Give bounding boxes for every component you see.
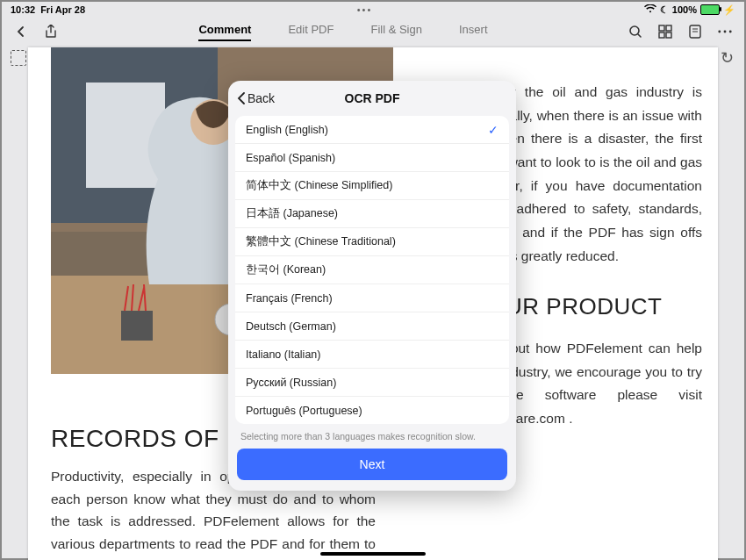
language-label: Español (Spanish): [246, 152, 335, 164]
language-option[interactable]: Deutsch (German): [235, 312, 509, 340]
search-icon[interactable]: [628, 25, 642, 39]
language-label: English (English): [246, 124, 328, 136]
ocr-pdf-sheet: Back OCR PDF English (English)✓Español (…: [228, 81, 516, 491]
status-date: Fri Apr 28: [40, 4, 85, 15]
tab-insert[interactable]: Insert: [459, 23, 488, 41]
language-option[interactable]: Español (Spanish): [235, 143, 509, 171]
language-label: Русский (Russian): [246, 377, 336, 389]
sheet-title: OCR PDF: [345, 91, 400, 105]
svg-rect-2: [666, 25, 671, 31]
language-label: 简体中文 (Chinese Simplified): [246, 178, 392, 193]
language-option[interactable]: 한국어 (Korean): [235, 255, 509, 284]
language-label: Deutsch (German): [246, 320, 336, 333]
sheet-hint: Selecting more than 3 languages makes re…: [228, 424, 516, 445]
back-icon[interactable]: [14, 25, 28, 39]
status-bar: 10:32 Fri Apr 28 ••• ☾ 100% ⚡: [2, 2, 744, 18]
thumbnails-icon[interactable]: [658, 25, 672, 39]
svg-point-6: [718, 31, 721, 33]
mode-tabs: Comment Edit PDF Fill & Sign Insert: [58, 23, 628, 41]
language-option[interactable]: Português (Portuguese): [235, 396, 509, 424]
language-label: 한국어 (Korean): [246, 262, 326, 277]
nav-bar: Comment Edit PDF Fill & Sign Insert: [2, 18, 744, 46]
svg-rect-3: [659, 32, 664, 38]
language-label: Français (French): [246, 292, 333, 305]
battery-icon: [700, 4, 720, 15]
language-option[interactable]: Français (French): [235, 284, 509, 312]
sheet-header: Back OCR PDF: [228, 81, 516, 116]
svg-rect-1: [659, 25, 664, 31]
language-label: 日本語 (Japanese): [246, 206, 338, 221]
language-option[interactable]: 简体中文 (Chinese Simplified): [235, 171, 509, 199]
more-icon[interactable]: [718, 25, 732, 39]
battery-percent: 100%: [672, 4, 697, 15]
dnd-moon-icon: ☾: [660, 4, 669, 16]
wifi-icon: [644, 4, 656, 15]
tab-fill-sign[interactable]: Fill & Sign: [370, 23, 422, 41]
check-icon: ✓: [488, 123, 499, 137]
svg-rect-4: [666, 32, 671, 38]
selection-tool-icon[interactable]: [11, 50, 26, 66]
multitask-dots[interactable]: •••: [85, 4, 644, 15]
language-option[interactable]: 繁體中文 (Chinese Traditional): [235, 227, 509, 255]
tab-comment[interactable]: Comment: [198, 23, 251, 41]
svg-rect-17: [121, 311, 153, 341]
language-label: 繁體中文 (Chinese Traditional): [246, 234, 396, 249]
language-option[interactable]: Italiano (Italian): [235, 340, 509, 368]
language-option[interactable]: 日本語 (Japanese): [235, 199, 509, 227]
language-option[interactable]: English (English)✓: [235, 116, 509, 143]
back-button[interactable]: Back: [237, 91, 275, 105]
language-list: English (English)✓Español (Spanish)简体中文 …: [235, 116, 509, 424]
back-label: Back: [247, 91, 275, 105]
language-label: Italiano (Italian): [246, 348, 320, 361]
next-button[interactable]: Next: [237, 449, 507, 480]
undo-icon[interactable]: ↻: [721, 48, 734, 68]
svg-point-8: [729, 31, 732, 33]
charging-icon: ⚡: [723, 4, 735, 16]
read-mode-icon[interactable]: [688, 25, 702, 39]
share-icon[interactable]: [44, 25, 58, 39]
tab-edit-pdf[interactable]: Edit PDF: [288, 23, 334, 41]
svg-point-7: [724, 31, 727, 33]
status-time: 10:32: [11, 4, 35, 15]
language-label: Português (Portuguese): [246, 405, 362, 417]
language-option[interactable]: Русский (Russian): [235, 368, 509, 396]
home-indicator[interactable]: [320, 552, 426, 556]
